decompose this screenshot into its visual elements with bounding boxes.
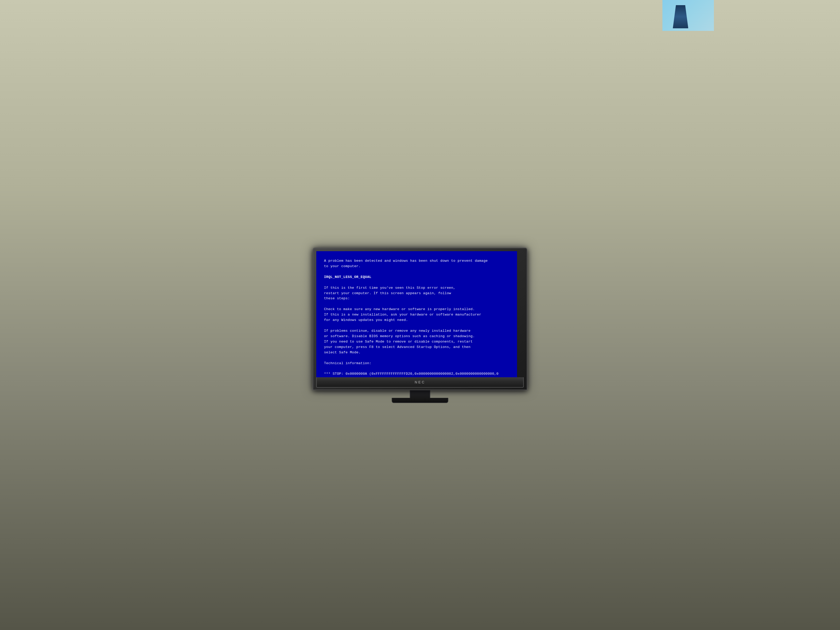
monitor-frame: A problem has been detected and windows … — [313, 248, 527, 390]
monitor-stand-base — [392, 398, 448, 403]
bsod-blank-3 — [324, 302, 509, 307]
wall-poster — [662, 0, 714, 31]
bsod-para2-line1: Check to make sure any new hardware or s… — [324, 307, 509, 312]
bsod-blank-5 — [324, 355, 509, 361]
monitor-bottom-bezel: NEC — [316, 377, 524, 388]
bsod-para3-line1: If problems continue, disable or remove … — [324, 328, 509, 334]
bsod-blank-1 — [324, 269, 509, 275]
bsod-blank-4 — [324, 323, 509, 328]
bsod-error-code: IRQL_NOT_LESS_OR_EQUAL — [324, 275, 509, 280]
bsod-para1-line3: these steps: — [324, 296, 509, 302]
bsod-tech-info: Technical information: — [324, 361, 509, 366]
bsod-blank-2 — [324, 280, 509, 286]
bsod-para3-line3: If you need to use Safe Mode to remove o… — [324, 339, 509, 344]
bsod-blank-6 — [324, 366, 509, 371]
bsod-para1-line2: restart your computer. If this screen ap… — [324, 291, 509, 296]
monitor-wrapper: A problem has been detected and windows … — [313, 248, 527, 403]
bsod-stop-line1: *** STOP: 0x0000000A (0xFFFFFFFFFFFFFFD2… — [324, 371, 509, 377]
monitor-stand-neck — [410, 390, 430, 398]
monitor-brand-label: NEC — [415, 380, 425, 384]
bsod-para1-line1: If this is the first time you've seen th… — [324, 286, 509, 291]
bsod-para2-line2: If this is a new installation, ask your … — [324, 312, 509, 317]
bsod-para3-line5: select Safe Mode. — [324, 350, 509, 355]
bsod-para2-line3: for any Windows updates you might need. — [324, 317, 509, 323]
bsod-line-2: to your computer. — [324, 264, 509, 269]
bsod-line-1: A problem has been detected and windows … — [324, 258, 509, 264]
bsod-screen: A problem has been detected and windows … — [316, 251, 517, 377]
bsod-para3-line2: or software. Disable BIOS memory options… — [324, 334, 509, 339]
bsod-para3-line4: your computer, press F8 to select Advanc… — [324, 344, 509, 350]
